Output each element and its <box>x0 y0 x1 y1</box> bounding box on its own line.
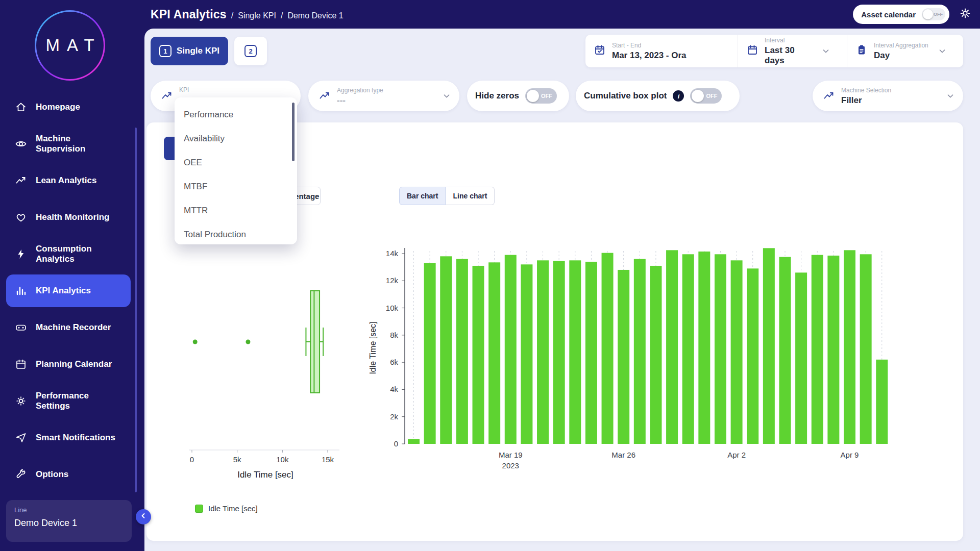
trend-icon <box>14 174 28 187</box>
breadcrumb-root[interactable]: KPI Analytics <box>151 8 227 21</box>
sidebar-item-homepage[interactable]: Homepage <box>6 91 131 123</box>
kpi-option-oee[interactable]: OEE <box>175 151 297 174</box>
toggle-knob <box>527 90 539 102</box>
svg-text:12k: 12k <box>386 276 399 285</box>
sidebar-collapse-button[interactable] <box>136 509 151 524</box>
svg-text:0: 0 <box>190 455 194 464</box>
sidebar-item-smart-notifications[interactable]: Smart Notifications <box>6 421 131 454</box>
kpi-option-performance[interactable]: Performance <box>175 103 297 127</box>
start-end-value: Mar 13, 2023 - Ora <box>612 51 687 61</box>
sidebar-item-label: Homepage <box>36 102 80 112</box>
sidebar-item-planning-calendar[interactable]: Planning Calendar <box>6 348 131 381</box>
svg-text:10k: 10k <box>386 304 399 312</box>
line-chart-button[interactable]: Line chart <box>446 187 495 205</box>
main-content: 1 Single KPI 2 Start - End Mar 13, 2023 … <box>144 29 980 551</box>
breadcrumb-section[interactable]: Single KPI <box>238 11 276 20</box>
aggregation-type-select[interactable]: Aggregation type --- <box>308 81 459 111</box>
device-card-value: Demo Device 1 <box>14 518 124 529</box>
sidebar-item-label: Smart Notifications <box>36 433 115 443</box>
interval-select[interactable]: Interval Last 30 days <box>738 35 847 67</box>
sidebar-item-performance-settings[interactable]: Performance Settings <box>6 385 131 417</box>
asset-calendar-label: Asset calendar <box>861 10 916 19</box>
brand-logo: MAT <box>35 10 105 81</box>
sidebar-item-label: Performance Settings <box>36 391 117 412</box>
chevron-down-icon <box>946 91 963 101</box>
kpi-option-mttr[interactable]: MTTR <box>175 198 297 222</box>
toggle-knob <box>692 90 704 102</box>
info-icon[interactable]: i <box>673 90 684 102</box>
sidebar-item-lean-analytics[interactable]: Lean Analytics <box>6 164 131 197</box>
interval-aggregation-select[interactable]: Interval Aggregation Day <box>847 35 963 67</box>
svg-text:6k: 6k <box>390 358 398 366</box>
breadcrumb-separator: / <box>281 11 283 20</box>
multi-kpi-tab[interactable]: 2 <box>234 37 267 65</box>
settings-button[interactable] <box>958 7 973 22</box>
svg-text:0: 0 <box>394 439 398 448</box>
breadcrumb: KPI Analytics / Single KPI / Demo Device… <box>151 8 344 21</box>
bolt-icon <box>14 248 28 260</box>
interval-label: Interval <box>765 37 815 44</box>
sidebar-item-machine-supervision[interactable]: Machine Supervision <box>6 128 131 160</box>
sidebar-item-health-monitoring[interactable]: Health Monitoring <box>6 201 131 234</box>
sidebar-nav: Homepage Machine Supervision Lean Analyt… <box>6 91 131 495</box>
kpi-option-availability[interactable]: Availability <box>175 127 297 151</box>
sidebar-item-options[interactable]: Options <box>6 458 131 491</box>
svg-text:Idle Time [sec]: Idle Time [sec] <box>237 470 293 480</box>
toggle-knob <box>923 9 933 19</box>
kpi-option-total-production[interactable]: Total Production <box>175 222 297 244</box>
asset-calendar-toggle[interactable]: OFF <box>922 8 945 20</box>
selected-device-card[interactable]: Line Demo Device 1 <box>6 500 132 542</box>
gear-icon <box>14 395 28 407</box>
clipboard-icon <box>855 44 868 58</box>
hide-zeros-toggle[interactable]: OFF <box>525 88 557 104</box>
sidebar-item-label: Machine Supervision <box>36 134 117 155</box>
sidebar-item-label: Consumption Analytics <box>36 244 117 265</box>
sidebar: MAT Homepage Machine Supervision Lean An… <box>0 0 144 551</box>
multi-kpi-icon: 2 <box>244 45 257 57</box>
calendar-icon <box>14 358 28 370</box>
sidebar-item-consumption-analytics[interactable]: Consumption Analytics <box>6 238 131 270</box>
app-root: KPI Analytics / Single KPI / Demo Device… <box>0 0 980 551</box>
trend-icon <box>308 90 337 102</box>
asset-calendar-toggle-pill[interactable]: Asset calendar OFF <box>853 5 949 24</box>
sidebar-scrollbar[interactable] <box>135 128 137 492</box>
topbar: KPI Analytics / Single KPI / Demo Device… <box>0 0 980 29</box>
sidebar-item-label: Health Monitoring <box>36 212 109 222</box>
date-range-card: Start - End Mar 13, 2023 - Ora Interval … <box>585 35 963 67</box>
sidebar-item-label: Machine Recorder <box>36 322 111 333</box>
chevron-down-icon <box>821 46 839 56</box>
chevron-down-icon <box>442 91 459 101</box>
eye-icon <box>14 138 28 150</box>
interval-value: Last 30 days <box>765 45 815 66</box>
bar-chart-button[interactable]: Bar chart <box>399 187 446 205</box>
sidebar-item-label: Planning Calendar <box>36 359 112 369</box>
breadcrumb-device[interactable]: Demo Device 1 <box>287 11 343 20</box>
chart-type-switch: Bar chart Line chart <box>399 187 495 205</box>
single-kpi-label: Single KPI <box>177 46 219 56</box>
recorder-icon <box>14 321 28 334</box>
kpi-dropdown: Performance Availability OEE MTBF MTTR T… <box>175 97 297 244</box>
cumulative-box-plot-toggle[interactable]: OFF <box>690 88 722 104</box>
sidebar-item-machine-recorder[interactable]: Machine Recorder <box>6 311 131 344</box>
hide-zeros-label: Hide zeros <box>475 91 519 101</box>
aggregation-type-value: --- <box>337 95 383 106</box>
calendar-icon <box>746 44 758 58</box>
start-end-label: Start - End <box>612 42 687 49</box>
svg-text:Mar 19: Mar 19 <box>499 450 523 459</box>
legend-label: Idle Time [sec] <box>208 504 258 513</box>
toggle-state-label: OFF <box>541 93 552 99</box>
machine-selection-select[interactable]: Machine Selection Filler <box>813 81 963 111</box>
legend-swatch <box>195 505 203 513</box>
cumulative-box-plot-label: Cumulative box plot <box>584 91 667 101</box>
start-end-field[interactable]: Start - End Mar 13, 2023 - Ora <box>585 35 738 67</box>
dropdown-scrollbar[interactable] <box>292 103 295 161</box>
sidebar-item-kpi-analytics[interactable]: KPI Analytics <box>6 274 131 307</box>
kpi-option-mtbf[interactable]: MTBF <box>175 174 297 198</box>
calendar-icon <box>594 44 606 58</box>
aggregation-type-label: Aggregation type <box>337 87 383 94</box>
single-kpi-tab[interactable]: 1 Single KPI <box>151 37 228 65</box>
machine-selection-value: Filler <box>841 95 891 106</box>
svg-text:Mar 26: Mar 26 <box>611 450 635 459</box>
chevron-down-icon <box>938 46 955 56</box>
toggle-state-label: OFF <box>934 12 943 17</box>
